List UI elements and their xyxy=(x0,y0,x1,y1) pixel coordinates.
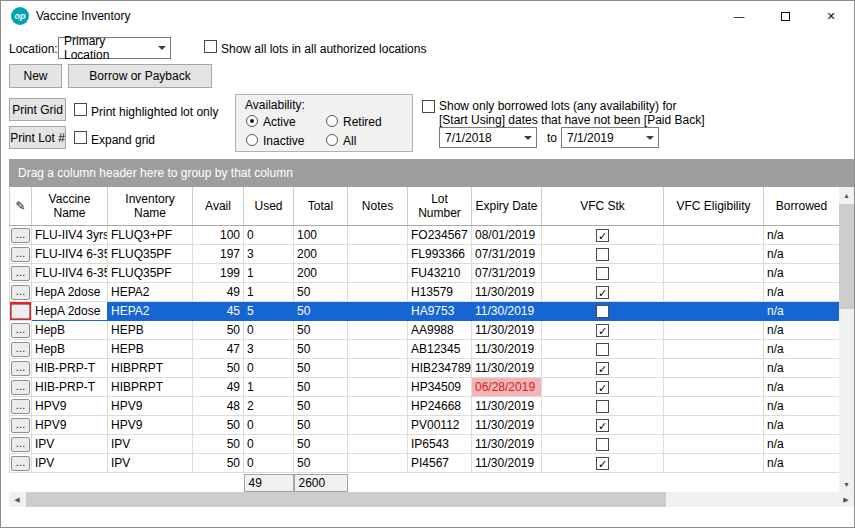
show-borrowed-checkbox[interactable] xyxy=(422,100,435,113)
column-header-borrowed[interactable]: Borrowed xyxy=(764,187,840,225)
close-button[interactable]: ✕ xyxy=(808,1,854,31)
grid-row[interactable]: …HepA 2doseHEPA245550HA975311/30/2019n/a xyxy=(10,301,840,320)
row-edit-cell: … xyxy=(10,301,32,320)
vfc-stock-checkbox[interactable]: ✓ xyxy=(596,286,609,299)
borrow-or-payback-button[interactable]: Borrow or Payback xyxy=(68,64,212,88)
row-edit-button[interactable]: … xyxy=(11,323,30,338)
grid-row[interactable]: …HepA 2doseHEPA249150H1357911/30/2019✓n/… xyxy=(10,282,840,301)
column-header-expiry[interactable]: Expiry Date xyxy=(472,187,542,225)
print-highlighted-checkbox[interactable] xyxy=(74,103,87,116)
row-edit-button[interactable]: … xyxy=(11,342,30,357)
cell-used: 0 xyxy=(244,320,294,339)
cell-notes xyxy=(348,377,408,396)
show-all-lots-checkbox[interactable] xyxy=(204,40,217,53)
availability-radio-all[interactable] xyxy=(326,134,338,146)
expand-grid-checkbox[interactable] xyxy=(74,131,87,144)
row-edit-button[interactable]: … xyxy=(11,399,30,414)
minimize-button[interactable]: — xyxy=(716,1,762,31)
cell-inventory: FLUQ35PF xyxy=(108,263,193,282)
column-header-vaccine[interactable]: Vaccine Name xyxy=(32,187,108,225)
grid-row[interactable]: …FLU-IIV4 3yrs+FLUQ3+PF1000100FO23456708… xyxy=(10,225,840,244)
scroll-left-icon[interactable]: ◀ xyxy=(9,492,25,507)
print-grid-button[interactable]: Print Grid xyxy=(9,98,66,121)
grid-row[interactable]: …HIB-PRP-THIBPRPT49150HP3450906/28/2019✓… xyxy=(10,377,840,396)
availability-radio-retired-label[interactable]: Retired xyxy=(343,115,382,129)
expand-grid-label[interactable]: Expand grid xyxy=(91,133,155,147)
row-edit-button[interactable]: … xyxy=(11,285,30,300)
column-header-total[interactable]: Total xyxy=(294,187,348,225)
dropdown-arrow-icon[interactable] xyxy=(641,128,658,147)
vfc-stock-checkbox[interactable] xyxy=(596,305,609,318)
cell-lot: PV00112 xyxy=(408,415,472,434)
availability-radio-all-label[interactable]: All xyxy=(343,134,356,148)
cell-vfc_elig xyxy=(664,263,764,282)
cell-avail: 50 xyxy=(193,358,244,377)
maximize-button[interactable] xyxy=(762,1,808,31)
column-header-notes[interactable]: Notes xyxy=(348,187,408,225)
cell-borrowed: n/a xyxy=(764,453,840,472)
grid-row[interactable]: …HepBHEPB47350AB1234511/30/2019n/a xyxy=(10,339,840,358)
scroll-right-icon[interactable]: ▶ xyxy=(838,492,854,507)
scroll-down-icon[interactable]: ▼ xyxy=(839,476,854,492)
scroll-up-icon[interactable]: ▲ xyxy=(839,187,854,203)
column-header-inventory[interactable]: Inventory Name xyxy=(108,187,193,225)
cell-notes xyxy=(348,434,408,453)
vfc-stock-checkbox[interactable] xyxy=(596,438,609,451)
availability-radio-inactive[interactable] xyxy=(246,134,258,146)
vfc-stock-checkbox[interactable]: ✓ xyxy=(596,324,609,337)
show-all-lots-label[interactable]: Show all lots in all authorized location… xyxy=(221,42,426,56)
column-header-used[interactable]: Used xyxy=(244,187,294,225)
row-edit-button[interactable]: … xyxy=(11,418,30,433)
column-header-lot[interactable]: Lot Number xyxy=(408,187,472,225)
show-borrowed-label-line1[interactable]: Show only borrowed lots (any availabilit… xyxy=(439,99,676,113)
grid-row[interactable]: …HPV9HPV948250HP2466811/30/2019n/a xyxy=(10,396,840,415)
row-edit-button[interactable]: … xyxy=(11,456,30,471)
column-header-vfc_stk[interactable]: VFC Stk xyxy=(542,187,664,225)
grid-row[interactable]: …FLU-IIV4 6-35mFLUQ35PF1991200FU4321007/… xyxy=(10,263,840,282)
row-edit-button[interactable]: … xyxy=(11,361,30,376)
row-edit-button[interactable]: … xyxy=(11,380,30,395)
dropdown-arrow-icon[interactable] xyxy=(519,128,536,147)
availability-radio-inactive-label[interactable]: Inactive xyxy=(263,134,304,148)
vfc-stock-checkbox[interactable]: ✓ xyxy=(596,362,609,375)
row-edit-button[interactable]: … xyxy=(11,228,30,243)
cell-inventory: HIBPRPT xyxy=(108,377,193,396)
grid-row[interactable]: …IPVIPV50050IP654311/30/2019n/a xyxy=(10,434,840,453)
date-to-combobox[interactable]: 7/1/2019 xyxy=(561,127,659,148)
vfc-stock-checkbox[interactable] xyxy=(596,343,609,356)
group-by-drop-zone[interactable]: Drag a column header here to group by th… xyxy=(9,159,854,187)
vfc-stock-checkbox[interactable]: ✓ xyxy=(596,419,609,432)
horizontal-scrollbar[interactable]: ◀ ▶ xyxy=(9,492,854,507)
grid-row[interactable]: …IPVIPV50050PI456711/30/2019✓n/a xyxy=(10,453,840,472)
vfc-stock-checkbox[interactable]: ✓ xyxy=(596,381,609,394)
new-button[interactable]: New xyxy=(9,64,62,88)
row-edit-button[interactable]: … xyxy=(11,266,30,281)
print-highlighted-label[interactable]: Print highlighted lot only xyxy=(91,105,218,119)
vfc-stock-checkbox[interactable]: ✓ xyxy=(596,229,609,242)
row-edit-button[interactable]: … xyxy=(11,304,30,319)
cell-notes xyxy=(348,453,408,472)
vfc-stock-checkbox[interactable]: ✓ xyxy=(596,457,609,470)
availability-radio-active-label[interactable]: Active xyxy=(263,115,296,129)
row-edit-button[interactable]: … xyxy=(11,247,30,262)
availability-radio-active[interactable] xyxy=(246,115,258,127)
vfc-stock-checkbox[interactable] xyxy=(596,267,609,280)
vfc-stock-checkbox[interactable] xyxy=(596,400,609,413)
horizontal-scrollbar-thumb[interactable] xyxy=(26,492,666,507)
grid-row[interactable]: …HPV9HPV950050PV0011211/30/2019✓n/a xyxy=(10,415,840,434)
grid-row[interactable]: …HepBHEPB50050AA998811/30/2019✓n/a xyxy=(10,320,840,339)
vfc-stock-checkbox[interactable] xyxy=(596,248,609,261)
vertical-scrollbar-thumb[interactable] xyxy=(839,204,854,309)
column-header-vfc_elig[interactable]: VFC Eligibility xyxy=(664,187,764,225)
vertical-scrollbar[interactable]: ▲ ▼ xyxy=(839,187,854,492)
grid-row[interactable]: …HIB-PRP-THIBPRPT50050HIB23478911/30/201… xyxy=(10,358,840,377)
location-combobox[interactable]: Primary Location xyxy=(58,37,171,59)
column-header-avail[interactable]: Avail xyxy=(193,187,244,225)
cell-expiry: 11/30/2019 xyxy=(472,358,542,377)
date-from-combobox[interactable]: 7/1/2018 xyxy=(439,127,537,148)
print-lot-button[interactable]: Print Lot # xyxy=(9,126,66,149)
availability-radio-retired[interactable] xyxy=(326,115,338,127)
grid-row[interactable]: …FLU-IIV4 6-35mFLUQ35PF1973200FL99336607… xyxy=(10,244,840,263)
dropdown-arrow-icon[interactable] xyxy=(153,38,170,58)
row-edit-button[interactable]: … xyxy=(11,437,30,452)
